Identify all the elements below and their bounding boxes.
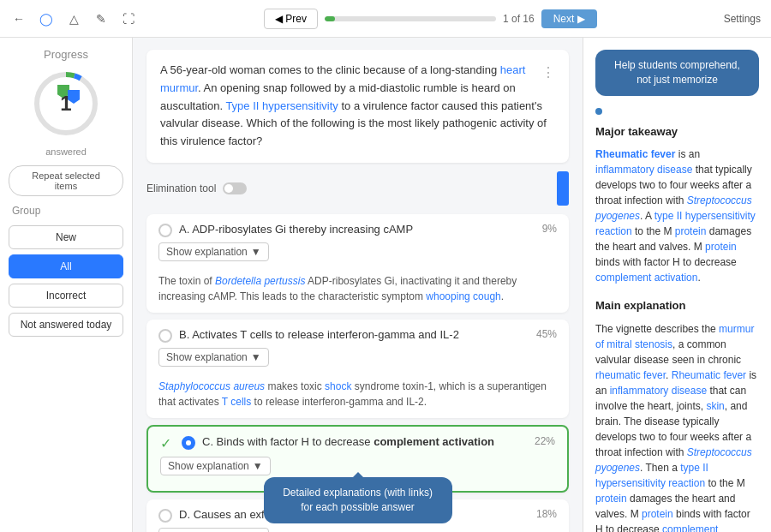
edit-icon[interactable]: ✎ xyxy=(93,10,110,27)
skin-link-2[interactable]: skin xyxy=(706,400,724,412)
checkmark-icon: ✓ xyxy=(160,435,171,451)
answer-d-header: D. Causes an exfoliative rash 18% xyxy=(158,508,557,523)
radio-c[interactable] xyxy=(182,436,195,450)
elim-label: Elimination tool xyxy=(146,182,216,194)
main-explanation-title: Main explanation xyxy=(595,297,759,314)
next-button[interactable]: Next ▶ xyxy=(541,9,597,28)
flag-icon[interactable]: △ xyxy=(65,10,82,27)
progress-bar-fill xyxy=(325,16,335,21)
answer-d-label: D. Causes an exfoliative rash xyxy=(179,508,529,521)
show-explanation-a-button[interactable]: Show explanation ▼ xyxy=(158,242,269,261)
refresh-icon[interactable]: ◯ xyxy=(38,10,55,27)
topbar-center: ◀ Prev 1 of 16 Next ▶ xyxy=(137,9,724,29)
rheumatic-fever-link-2[interactable]: rheumatic fever xyxy=(595,369,666,381)
mitral-stenosis-link[interactable]: murmur of mitral stenosis xyxy=(595,323,754,350)
complement-link-2[interactable]: complement activation xyxy=(595,523,718,532)
strep-link-2[interactable]: Streptococcus pyogenes xyxy=(595,446,752,474)
explanation-a-text: The toxin of Bordetella pertussis ADP-ri… xyxy=(158,268,557,304)
type2-link[interactable]: Type II hypersensitivity xyxy=(225,99,338,112)
answer-option-d[interactable]: D. Causes an exfoliative rash 18% Show e… xyxy=(146,499,569,532)
show-explanation-c-button[interactable]: Show explanation ▼ xyxy=(160,457,271,475)
major-takeaway-title: Major takeaway xyxy=(595,123,759,140)
protein-link-4[interactable]: protein xyxy=(642,508,673,520)
more-options-icon[interactable]: ⋮ xyxy=(541,62,555,84)
protein-link-3[interactable]: protein xyxy=(595,493,627,505)
t-cells-b-link[interactable]: T cells xyxy=(222,396,251,408)
group-label: Group xyxy=(12,205,40,217)
radio-a[interactable] xyxy=(158,224,172,237)
answer-c-pct: 22% xyxy=(535,435,555,447)
settings-label[interactable]: Settings xyxy=(724,13,761,25)
topbar: ← ◯ △ ✎ ⛶ ◀ Prev 1 of 16 Next ▶ Settings xyxy=(0,0,771,38)
show-explanation-c-label: Show explanation xyxy=(168,460,249,472)
show-explanation-d-button[interactable]: Show explanation ▼ xyxy=(158,528,269,532)
sidebar-title: Progress xyxy=(44,48,88,61)
explanation-b-text: Staphylococcus aureus makes toxic shock … xyxy=(158,374,557,409)
top-tooltip-text: Help students comprehend, not just memor… xyxy=(614,59,740,86)
bordetella-link[interactable]: Bordetella pertussis xyxy=(215,275,305,287)
answer-c-label: C. Binds with factor H to decrease compl… xyxy=(202,435,528,448)
question-card: ⋮ A 56-year-old woman comes to the clini… xyxy=(146,50,569,163)
main-layout: Progress 1 answered Repeat selected item… xyxy=(0,38,771,532)
heart-murmur-link[interactable]: heart murmur xyxy=(160,63,525,94)
answer-option-b[interactable]: B. Activates T cells to release interfer… xyxy=(146,320,569,418)
inflammatory-link-2[interactable]: inflammatory disease xyxy=(610,385,707,397)
elim-tool: Elimination tool xyxy=(146,171,569,206)
connector-dot xyxy=(595,108,602,115)
inflammatory-link-1[interactable]: inflammatory disease xyxy=(595,164,692,176)
progress-number: 1 xyxy=(60,92,71,116)
rheumatic-fever-link-1[interactable]: Rheumatic fever xyxy=(595,148,675,160)
group-all-button[interactable]: All xyxy=(9,254,123,278)
answer-b-label: B. Activates T cells to release interfer… xyxy=(179,328,529,341)
progress-circle: 1 xyxy=(32,69,100,138)
major-takeaway-text: Rheumatic fever is an inflammatory disea… xyxy=(595,146,759,285)
chevron-down-icon-b: ▼ xyxy=(251,351,261,363)
progress-bar-container xyxy=(325,16,496,21)
answer-option-a[interactable]: A. ADP-ribosylates Gi thereby increasing… xyxy=(146,214,569,313)
group-not-answered-button[interactable]: Not answered today xyxy=(9,313,123,337)
protein-link-1[interactable]: protein xyxy=(675,225,707,237)
show-explanation-b-button[interactable]: Show explanation ▼ xyxy=(158,348,269,367)
sidebar: Progress 1 answered Repeat selected item… xyxy=(0,38,133,532)
protein-link-2[interactable]: protein xyxy=(705,241,737,253)
topbar-left: ← ◯ △ ✎ ⛶ xyxy=(10,10,137,27)
whooping-cough-link[interactable]: whooping cough xyxy=(426,290,500,302)
chevron-down-icon-c: ▼ xyxy=(253,460,263,472)
answer-a-pct: 9% xyxy=(542,223,557,235)
answered-label: answered xyxy=(45,146,87,157)
right-panel: Help students comprehend, not just memor… xyxy=(583,38,771,532)
topbar-right: Settings xyxy=(724,13,761,25)
content-area[interactable]: ⋮ A 56-year-old woman comes to the clini… xyxy=(133,38,583,532)
answer-option-c[interactable]: ✓ C. Binds with factor H to decrease com… xyxy=(146,425,569,493)
group-incorrect-button[interactable]: Incorrect xyxy=(9,284,123,308)
rheumatic-fever-link-3[interactable]: Rheumatic fever xyxy=(672,369,746,381)
answer-c-header: ✓ C. Binds with factor H to decrease com… xyxy=(160,435,555,451)
toggle-thumb xyxy=(224,184,233,193)
elim-toggle[interactable] xyxy=(223,182,247,194)
main-explanation-text: The vignette describes the murmur of mit… xyxy=(595,321,759,532)
answer-a-label: A. ADP-ribosylates Gi thereby increasing… xyxy=(179,223,535,236)
show-explanation-a-label: Show explanation xyxy=(166,246,248,258)
expand-icon[interactable]: ⛶ xyxy=(120,10,137,27)
group-new-button[interactable]: New xyxy=(9,225,123,249)
back-icon[interactable]: ← xyxy=(10,10,27,27)
answer-b-pct: 45% xyxy=(536,328,557,340)
show-explanation-b-label: Show explanation xyxy=(166,351,248,363)
prev-button[interactable]: ◀ Prev xyxy=(264,9,318,29)
answer-d-pct: 18% xyxy=(536,508,557,520)
top-tooltip: Help students comprehend, not just memor… xyxy=(595,50,759,96)
question-text: A 56-year-old woman comes to the clinic … xyxy=(160,62,555,151)
page-count: 1 of 16 xyxy=(503,13,535,25)
answer-b-header: B. Activates T cells to release interfer… xyxy=(158,328,557,343)
repeat-selected-button[interactable]: Repeat selected items xyxy=(9,165,123,196)
shock-link[interactable]: shock xyxy=(325,380,351,392)
complement-link-1[interactable]: complement activation xyxy=(595,272,697,284)
chevron-down-icon-a: ▼ xyxy=(251,246,261,258)
radio-b[interactable] xyxy=(158,329,172,343)
radio-d[interactable] xyxy=(158,509,172,523)
staph-b-link[interactable]: Staphylococcus aureus xyxy=(158,380,265,392)
group-buttons: New All Incorrect Not answered today xyxy=(9,225,123,337)
answer-a-header: A. ADP-ribosylates Gi thereby increasing… xyxy=(158,223,557,237)
